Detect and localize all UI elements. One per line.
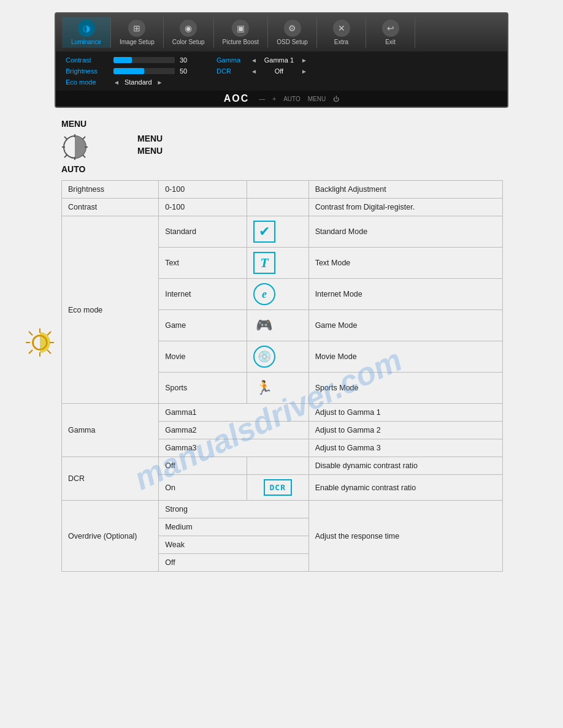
icon-cell <box>247 181 308 199</box>
exit-icon: ↩ <box>382 20 399 37</box>
osd-tab-picture-boost[interactable]: ▣ Picture Boost <box>214 17 268 48</box>
range-cell: Text <box>159 248 247 279</box>
desc-cell: Enable dynamic contrast ratio <box>308 475 502 501</box>
desc-cell: Game Mode <box>308 310 502 341</box>
table-wrapper: Brightness 0-100 Backlight Adjustment Co… <box>12 180 551 572</box>
feature-cell: Contrast <box>62 199 159 216</box>
eco-left-arrow[interactable]: ◄ <box>113 79 120 86</box>
extra-icon: ✕ <box>333 20 350 37</box>
range-cell: Standard <box>159 216 247 248</box>
icon-cell: 🎮 <box>247 310 308 341</box>
range-cell: Gamma3 <box>159 439 308 457</box>
table-row: Gamma Gamma1 Adjust to Gamma 1 <box>62 404 503 422</box>
osd-tab-image-setup[interactable]: ⊞ Image Setup <box>111 17 164 48</box>
desc-cell: Sports Mode <box>308 373 502 404</box>
osd-content: Contrast 30 Brightness 50 Eco mode ◄ <box>56 51 507 91</box>
osd-setup-icon: ⚙ <box>284 20 301 37</box>
osd-tab-extra[interactable]: ✕ Extra <box>317 17 366 48</box>
brightness-bar-fill <box>113 68 144 74</box>
feature-cell: Brightness <box>62 181 159 199</box>
table-row: Brightness 0-100 Backlight Adjustment <box>62 181 503 199</box>
desc-cell: Adjust to Gamma 2 <box>308 422 502 439</box>
osd-gamma-row: Gamma ◄ Gamma 1 ► <box>216 56 307 64</box>
desc-cell: Movie Mode <box>308 341 502 373</box>
svg-line-18 <box>29 350 33 354</box>
osd-tab-color-setup[interactable]: ◉ Color Setup <box>164 17 214 48</box>
icon-cell <box>247 199 308 216</box>
desc-cell: Text Mode <box>308 248 502 279</box>
sun-icon-container <box>25 327 55 360</box>
monitor-screenshot: ◑ Luminance ⊞ Image Setup ◉ Color Setup … <box>55 12 508 108</box>
desc-cell: Backlight Adjustment <box>308 181 502 199</box>
menu-label-1-container: MENU <box>12 119 551 129</box>
half-circle-icon-container <box>61 134 88 161</box>
sports-icon: 🏃 <box>253 377 275 399</box>
dcr-left-arrow[interactable]: ◄ <box>251 68 257 75</box>
osd-dcr-row: DCR ◄ Off ► <box>216 67 307 75</box>
range-cell: Gamma1 <box>159 404 308 422</box>
osd-brightness-row: Brightness 50 <box>66 67 192 75</box>
desc-cell: Disable dynamic contrast ratio <box>308 457 502 475</box>
half-brightness-icon <box>61 134 88 161</box>
gamma-feature-cell: Gamma <box>62 404 159 457</box>
btn-menu[interactable]: MENU <box>308 96 326 102</box>
desc-cell: Adjust to Gamma 3 <box>308 439 502 457</box>
range-cell: Game <box>159 310 247 341</box>
desc-cell: Standard Mode <box>308 216 502 248</box>
icon-cell: e <box>247 279 308 310</box>
page: ◑ Luminance ⊞ Image Setup ◉ Color Setup … <box>12 12 551 572</box>
feature-table: Brightness 0-100 Backlight Adjustment Co… <box>61 180 503 572</box>
contrast-bar <box>113 57 175 63</box>
dcr-right-arrow[interactable]: ► <box>301 68 307 75</box>
picture-boost-icon: ▣ <box>232 20 249 37</box>
image-setup-icon: ⊞ <box>128 20 145 37</box>
range-cell: Internet <box>159 279 247 310</box>
range-cell: 0-100 <box>159 181 247 199</box>
osd-tab-exit[interactable]: ↩ Exit <box>366 17 415 48</box>
table-row: DCR Off Disable dynamic contrast ratio <box>62 457 503 475</box>
table-row: Eco mode Standard ✔ Standard Mode <box>62 216 503 248</box>
luminance-icon: ◑ <box>78 20 95 37</box>
osd-left-panel: Contrast 30 Brightness 50 Eco mode ◄ <box>66 56 192 86</box>
range-cell: On <box>159 475 247 501</box>
osd-menu-bar: ◑ Luminance ⊞ Image Setup ◉ Color Setup … <box>56 13 507 51</box>
btn-auto[interactable]: AUTO <box>283 96 301 102</box>
btn-plus[interactable]: + <box>272 96 276 102</box>
page-content: manualsdriver.com MENU <box>12 119 551 572</box>
svg-line-8 <box>64 155 67 157</box>
desc-cell: Adjust the response time <box>308 501 502 572</box>
internet-icon: e <box>253 283 275 305</box>
color-setup-icon: ◉ <box>180 20 197 37</box>
osd-bottom-bar: AOC — + AUTO MENU ⏻ <box>56 91 507 107</box>
dcr-icon: DCR <box>264 479 292 496</box>
osd-eco-row: Eco mode ◄ Standard ► <box>66 78 192 86</box>
desc-cell: Contrast from Digital-register. <box>308 199 502 216</box>
range-cell: Off <box>159 457 247 475</box>
overdrive-feature-cell: Overdrive (Optional) <box>62 501 159 572</box>
desc-cell: Adjust to Gamma 1 <box>308 404 502 422</box>
text-icon: T <box>253 252 275 274</box>
osd-tab-luminance[interactable]: ◑ Luminance <box>62 17 111 48</box>
svg-line-7 <box>83 137 85 139</box>
gamma-right-arrow[interactable]: ► <box>301 57 307 64</box>
svg-line-17 <box>47 332 51 335</box>
menu-label-2: MENU <box>137 134 163 143</box>
range-cell: Movie <box>159 341 247 373</box>
auto-label-container: AUTO <box>12 164 551 174</box>
range-cell: Weak <box>159 536 308 554</box>
osd-bottom-controls: — + AUTO MENU ⏻ <box>259 96 339 102</box>
standard-icon: ✔ <box>253 221 275 243</box>
dcr-feature-cell: DCR <box>62 457 159 501</box>
range-cell: Medium <box>159 518 308 536</box>
table-row: Contrast 0-100 Contrast from Digital-reg… <box>62 199 503 216</box>
osd-right-panel: Gamma ◄ Gamma 1 ► DCR ◄ Off ► <box>216 56 307 75</box>
eco-right-arrow[interactable]: ► <box>157 79 163 86</box>
svg-line-6 <box>83 155 85 157</box>
gamma-left-arrow[interactable]: ◄ <box>251 57 257 64</box>
osd-tab-osd-setup[interactable]: ⚙ OSD Setup <box>268 17 317 48</box>
btn-power[interactable]: ⏻ <box>333 96 339 102</box>
menu-label-1: MENU <box>61 119 86 129</box>
btn-minus[interactable]: — <box>259 96 265 102</box>
movie-icon: 💿 <box>253 346 275 368</box>
menu-labels-block: MENU MENU <box>137 134 163 156</box>
